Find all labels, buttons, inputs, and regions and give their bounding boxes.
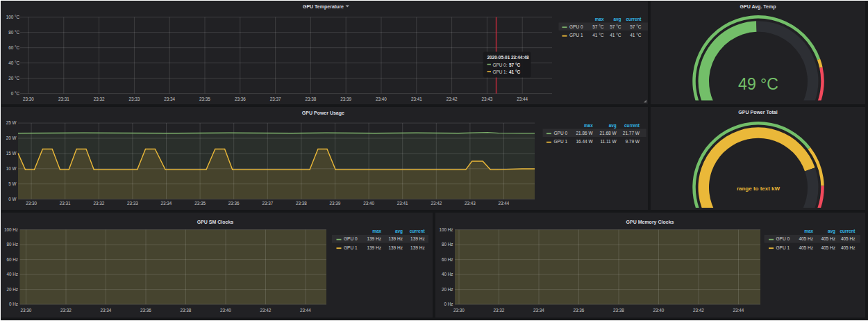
svg-text:23:35: 23:35 bbox=[199, 97, 210, 101]
svg-text:80 Hz: 80 Hz bbox=[442, 242, 453, 247]
svg-text:23:37: 23:37 bbox=[270, 97, 281, 101]
svg-text:23:44: 23:44 bbox=[499, 201, 510, 206]
svg-text:23:30: 23:30 bbox=[23, 97, 34, 101]
svg-text:0 W: 0 W bbox=[8, 197, 16, 201]
svg-text:139 Hz: 139 Hz bbox=[367, 236, 381, 241]
svg-text:57 °C: 57 °C bbox=[509, 63, 520, 67]
svg-text:GPU SM Clocks: GPU SM Clocks bbox=[197, 220, 234, 224]
svg-text:11.11 W: 11.11 W bbox=[600, 139, 617, 144]
svg-text:405 Hz: 405 Hz bbox=[799, 236, 813, 241]
svg-text:23:39: 23:39 bbox=[330, 201, 341, 206]
svg-text:23:34: 23:34 bbox=[101, 308, 112, 313]
svg-text:23:38: 23:38 bbox=[613, 308, 624, 313]
svg-text:23:40: 23:40 bbox=[653, 308, 665, 313]
svg-text:GPU Power Usage: GPU Power Usage bbox=[302, 110, 344, 116]
svg-text:23:36: 23:36 bbox=[235, 97, 246, 101]
svg-text:GPU 1: GPU 1 bbox=[569, 33, 583, 38]
svg-text:23:32: 23:32 bbox=[60, 308, 72, 313]
svg-text:139 Hz: 139 Hz bbox=[410, 245, 425, 250]
svg-text:15 W: 15 W bbox=[6, 151, 17, 156]
svg-text:10 W: 10 W bbox=[6, 166, 17, 171]
svg-text:405 Hz: 405 Hz bbox=[841, 245, 856, 250]
svg-text:41 °C: 41 °C bbox=[630, 33, 642, 38]
svg-text:139 Hz: 139 Hz bbox=[388, 245, 403, 250]
svg-text:23:30: 23:30 bbox=[21, 308, 32, 313]
svg-text:range to text kW: range to text kW bbox=[737, 186, 781, 192]
svg-text:23:42: 23:42 bbox=[431, 201, 442, 206]
svg-text:23:42: 23:42 bbox=[693, 308, 704, 313]
svg-text:0 Hz: 0 Hz bbox=[9, 302, 18, 306]
svg-text:139 Hz: 139 Hz bbox=[388, 236, 403, 241]
svg-text:80 Hz: 80 Hz bbox=[7, 242, 18, 247]
svg-text:23:30: 23:30 bbox=[453, 308, 465, 313]
svg-text:23:32: 23:32 bbox=[494, 308, 505, 313]
svg-text:23:43: 23:43 bbox=[465, 201, 476, 206]
svg-text:23:39: 23:39 bbox=[340, 97, 351, 101]
svg-text:GPU 0: GPU 0 bbox=[344, 236, 358, 241]
svg-text:23:30: 23:30 bbox=[26, 201, 37, 206]
svg-text:max: max bbox=[595, 17, 604, 22]
svg-text:GPU 0: GPU 0 bbox=[569, 24, 583, 29]
svg-text:23:38: 23:38 bbox=[296, 201, 307, 206]
svg-text:GPU Memory Clocks: GPU Memory Clocks bbox=[626, 220, 674, 225]
svg-text:100 Hz: 100 Hz bbox=[4, 227, 18, 232]
svg-text:23:31: 23:31 bbox=[60, 201, 71, 206]
svg-text:41 °C: 41 °C bbox=[592, 33, 604, 38]
svg-text:GPU Power Total: GPU Power Total bbox=[738, 110, 777, 115]
svg-text:current: current bbox=[410, 229, 426, 233]
svg-text:40 Hz: 40 Hz bbox=[7, 272, 18, 277]
svg-text:40 Hz: 40 Hz bbox=[442, 272, 453, 277]
svg-text:23:34: 23:34 bbox=[161, 201, 172, 206]
svg-text:25 W: 25 W bbox=[6, 120, 17, 125]
svg-text:23:44: 23:44 bbox=[733, 308, 744, 313]
svg-text:41 °C: 41 °C bbox=[509, 69, 520, 74]
svg-text:100 °C: 100 °C bbox=[6, 15, 20, 19]
svg-text:23:44: 23:44 bbox=[300, 308, 311, 313]
svg-text:23:36: 23:36 bbox=[574, 308, 585, 313]
svg-text:21.77 W: 21.77 W bbox=[623, 131, 640, 135]
svg-text:139 Hz: 139 Hz bbox=[367, 245, 381, 250]
svg-text:23:37: 23:37 bbox=[262, 201, 273, 206]
svg-text:20 °C: 20 °C bbox=[8, 76, 19, 81]
svg-text:23:34: 23:34 bbox=[533, 308, 544, 313]
svg-text:41 °C: 41 °C bbox=[610, 33, 621, 38]
svg-text:23:33: 23:33 bbox=[127, 201, 138, 206]
svg-text:20 Hz: 20 Hz bbox=[442, 287, 453, 292]
svg-text:23:38: 23:38 bbox=[306, 97, 317, 101]
svg-text:23:42: 23:42 bbox=[260, 308, 272, 313]
svg-text:avg: avg bbox=[613, 17, 621, 22]
svg-text:20 Hz: 20 Hz bbox=[7, 287, 18, 292]
svg-text:23:34: 23:34 bbox=[164, 97, 175, 101]
svg-text:0 Hz: 0 Hz bbox=[444, 302, 453, 306]
svg-text:60 Hz: 60 Hz bbox=[442, 257, 453, 262]
svg-text:57 °C: 57 °C bbox=[610, 24, 621, 29]
svg-text:current: current bbox=[626, 17, 642, 22]
svg-text:23:40: 23:40 bbox=[376, 97, 387, 101]
svg-text:GPU Avg. Temp: GPU Avg. Temp bbox=[740, 4, 776, 10]
svg-text:current: current bbox=[840, 229, 856, 233]
svg-text:avg: avg bbox=[828, 229, 835, 234]
svg-text:60 Hz: 60 Hz bbox=[7, 257, 18, 262]
svg-text:GPU 1: GPU 1 bbox=[344, 245, 358, 250]
svg-text:23:32: 23:32 bbox=[94, 97, 105, 101]
svg-text:23:40: 23:40 bbox=[363, 201, 374, 206]
svg-text:23:31: 23:31 bbox=[58, 97, 69, 101]
svg-text:23:33: 23:33 bbox=[129, 97, 140, 101]
svg-text:GPU 0:: GPU 0: bbox=[493, 63, 508, 67]
svg-text:23:36: 23:36 bbox=[228, 201, 240, 206]
svg-text:21.68 W: 21.68 W bbox=[599, 131, 617, 135]
svg-text:avg: avg bbox=[395, 229, 403, 234]
svg-text:9.79 W: 9.79 W bbox=[625, 139, 640, 144]
svg-text:current: current bbox=[624, 123, 640, 128]
svg-text:57 °C: 57 °C bbox=[592, 24, 604, 29]
svg-text:23:38: 23:38 bbox=[181, 308, 192, 313]
svg-text:100 Hz: 100 Hz bbox=[440, 227, 453, 232]
svg-text:GPU 1: GPU 1 bbox=[554, 139, 568, 144]
svg-text:21.86 W: 21.86 W bbox=[576, 131, 593, 135]
svg-text:23:44: 23:44 bbox=[517, 97, 528, 101]
svg-text:405 Hz: 405 Hz bbox=[821, 245, 835, 250]
svg-text:2020-05-01 23:44:48: 2020-05-01 23:44:48 bbox=[487, 55, 529, 60]
svg-text:GPU Temperature: GPU Temperature bbox=[303, 4, 344, 10]
svg-text:23:35: 23:35 bbox=[194, 201, 206, 206]
svg-text:23:40: 23:40 bbox=[220, 308, 231, 313]
